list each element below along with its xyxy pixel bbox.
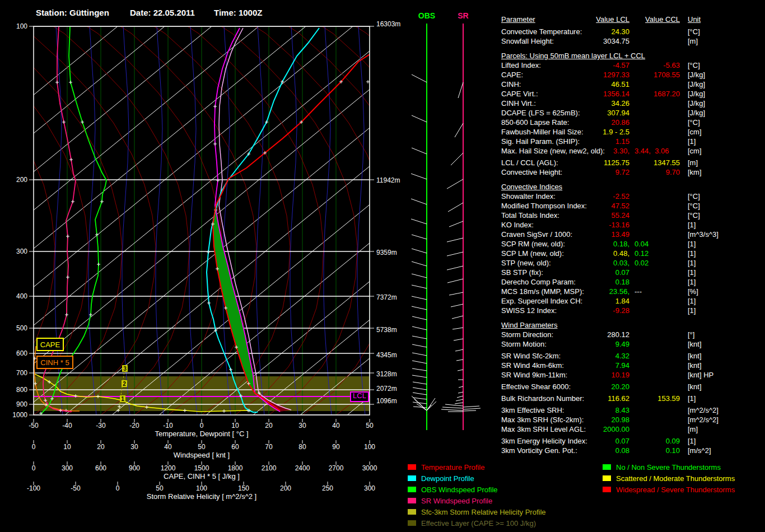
wind-barb [412, 74, 427, 82]
sounding-app: 321CAPECINH * 5LCL10016303m20011942m3009… [0, 0, 765, 532]
wind-barb [459, 386, 463, 388]
col-parameter: Parameter [501, 15, 535, 24]
table-row: 3km Vorticity Gen. Pot.:0.080.10[m/s^2] [495, 446, 765, 455]
station-name: Station: Güttingen [36, 8, 109, 17]
unit-label: [1] [688, 249, 696, 258]
obs-wind-column-label: OBS [418, 11, 435, 20]
axis-tick-label: 3000 [362, 464, 377, 472]
no-severe-thunderstorms-label: No / Non Severe Thunderstorms [616, 463, 721, 472]
axis-title: Storm Relative Helicity [ m^2/s^2 ] [147, 492, 256, 501]
param-label: SR Wind Sfc-2km: [501, 351, 561, 361]
value-ccl: 1687.20 [618, 89, 680, 99]
unit-label: [knt] [688, 339, 702, 349]
param-label: LCL / CCL (AGL): [501, 158, 558, 167]
legend-item-moderate-thunderstorms: Scattered / Moderate Thunderstorms [603, 473, 735, 484]
temperature-profile-swatch [408, 464, 416, 470]
unit-label: [m^2/s^2] [688, 405, 719, 415]
height-label: 3128m [376, 370, 397, 378]
effective-layer-label: Effective Layer (CAPE >= 100 J/kg) [421, 519, 536, 528]
table-row: 3km Effective SRH:8.43[m^2/s^2] [495, 405, 765, 415]
sfc-3km-srh-profile-swatch [408, 509, 416, 515]
value-extra: 0.04 [635, 239, 649, 249]
obs-windspeed-profile-label: OBS Windspeed Profile [421, 486, 498, 494]
table-row: SR Wind 9km-11km:10.19[knt] HP [495, 370, 765, 380]
table-row: Effective Shear 6000:20.20[knt] [495, 382, 765, 391]
height-label: 2072m [376, 385, 397, 393]
table-row: Max. Hail Size (new, new2, old):3.30,3.4… [495, 146, 765, 156]
table-row: Storm Motion:9.49[knt] [495, 339, 765, 349]
wind-barb [447, 266, 463, 270]
wind-barb [447, 179, 463, 189]
wind-barb [412, 336, 427, 339]
severe-thunderstorms-swatch [603, 487, 611, 492]
wind-barb [412, 148, 427, 154]
unit-label: [m] [688, 36, 698, 46]
table-row: KO Index:-13.16[1] [495, 220, 765, 230]
unit-label: [m/s^2] [688, 446, 711, 455]
wind-barb [458, 82, 463, 98]
unit-label: [°C] [688, 118, 700, 127]
wind-barb [447, 252, 463, 256]
unit-label: [km] [688, 167, 702, 177]
axis-tick-label: 40 [332, 422, 340, 430]
value-ccl: 1708.55 [618, 70, 680, 80]
unit-label: [°C] [688, 211, 700, 220]
unit-label: [1] [688, 220, 696, 230]
axis-tick-label: 300 [364, 484, 375, 492]
wind-barb [447, 238, 463, 242]
table-row: SCP LM (new, old):0.48,0.12[1] [495, 249, 765, 258]
pressure-label: 300 [16, 248, 27, 255]
table-section-title: Wind Parameters [495, 320, 765, 330]
axis-tick-label: 150 [238, 484, 249, 492]
wind-barb [458, 370, 463, 371]
value-lcl: 3034.75 [568, 36, 629, 46]
unit-label: [cm] [688, 146, 702, 156]
table-row: Lifted Index:-4.57-5.63[°C] [495, 60, 765, 70]
axis-title: Temperature, Dewpoint [ °C ] [155, 430, 248, 438]
axis-tick-label: 50 [156, 484, 164, 492]
legend-item-effective-layer: Effective Layer (CAPE >= 100 J/kg) [408, 517, 546, 529]
unit-label: [%] [688, 287, 698, 296]
param-label: KO Index: [501, 220, 534, 230]
value-lcl: 47.52 [568, 201, 629, 211]
axis-tick-label: 0 [116, 484, 120, 492]
axis-tick-label: -50 [71, 484, 81, 492]
sr-wind-column-label: SR [458, 11, 468, 20]
severe-thunderstorms-label: Widespread / Severe Thunderstorms [616, 486, 735, 494]
axis-tick-label: 80 [298, 443, 306, 451]
axis-tick-label: 90 [332, 443, 340, 451]
table-row: LCL / CCL (AGL):1125.751347.55[m] [495, 158, 765, 167]
table-row: Total Totals Index:55.24[°C] [495, 211, 765, 220]
table-section-title: Convective Indices [495, 182, 765, 192]
param-label: STP (new, old): [501, 258, 551, 268]
value-lcl: 23.56, [568, 287, 629, 296]
unit-label: [1] [688, 296, 696, 306]
table-row: DCAPE (LFS = 625mB):307.94[J/kg] [495, 108, 765, 118]
axis-tick-label: 300 [62, 464, 73, 472]
param-label: SCP RM (new, old): [501, 239, 565, 249]
wind-barb [412, 361, 427, 363]
wind-barb [413, 407, 427, 408]
unit-label: [°] [688, 330, 694, 339]
table-row: CAPE:1297.331708.55[J/kg] [495, 70, 765, 80]
axis-tick-label: 10 [231, 422, 239, 430]
axis-tick-label: 1200 [161, 464, 176, 472]
wind-barb [412, 115, 427, 122]
table-row: Max 3km SRH (Sfc-2km):20.98[m^2/s^2] [495, 415, 765, 424]
unit-label: [1] [688, 394, 696, 403]
wind-barb [455, 403, 463, 404]
value-extra: 0.12 [635, 249, 649, 258]
param-label: Storm Direction: [501, 330, 553, 339]
axis-tick-label: 900 [129, 464, 140, 472]
wind-barb [442, 407, 463, 408]
table-row: CAPE Virt.:1356.141687.20[J/kg] [495, 89, 765, 99]
moderate-thunderstorms-swatch [603, 475, 611, 481]
wind-barb [427, 405, 431, 410]
axis-tick-label: 100 [364, 443, 375, 451]
height-label: 9359m [376, 249, 397, 256]
unit-label: [J/kg] [688, 99, 705, 108]
wind-barb [463, 410, 476, 411]
unit-label: [m^2/s^2] [688, 415, 719, 424]
unit-label: [°C] [688, 201, 700, 211]
axis-tick-label: 1500 [194, 464, 209, 472]
